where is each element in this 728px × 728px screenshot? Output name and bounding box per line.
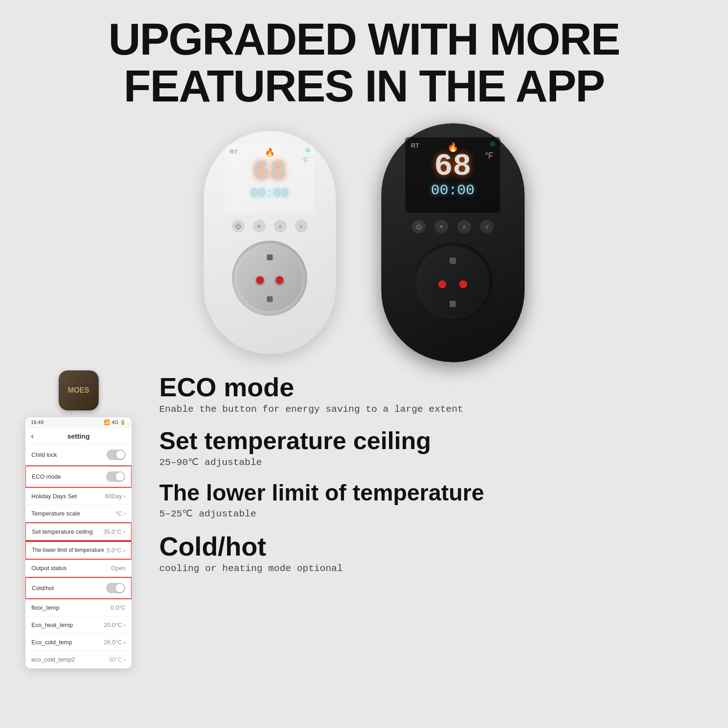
temp-ceiling-value: 35.0°C › bbox=[103, 528, 125, 535]
black-btn-fan: ✦ bbox=[435, 220, 448, 233]
black-btn-up: ∧ bbox=[457, 220, 471, 233]
black-socket-hole-right bbox=[459, 280, 467, 288]
white-btn-down: ∨ bbox=[295, 220, 308, 233]
app-icon: MOES bbox=[59, 370, 99, 410]
feature-eco-mode: ECO mode Enable the button for energy sa… bbox=[159, 373, 703, 415]
title-line1: UPGRADED WITH MORE bbox=[0, 16, 728, 63]
app-row-eco-heat[interactable]: Eco_heat_temp 20.0°C › bbox=[25, 617, 131, 634]
white-socket-hole-left bbox=[256, 276, 264, 284]
feature-lower-title: The lower limit of temperature bbox=[159, 480, 703, 506]
eco-cold2-label: eco_cold_temp2 bbox=[31, 656, 75, 663]
app-row-holiday[interactable]: Holiday Days Set 60Day › bbox=[25, 488, 131, 505]
black-socket bbox=[413, 243, 493, 322]
black-socket-hole-left bbox=[438, 280, 446, 288]
title-line2: FEATURES IN THE APP bbox=[0, 63, 728, 110]
features-section: ECO mode Enable the button for energy sa… bbox=[148, 370, 703, 586]
feature-eco-title: ECO mode bbox=[159, 373, 703, 402]
app-status-bar: 16:49 📶 4G 🔋 bbox=[25, 417, 131, 428]
app-icon-label: MOES bbox=[68, 386, 89, 394]
white-rt-label: RT bbox=[230, 148, 238, 155]
cold-hot-toggle[interactable] bbox=[106, 583, 125, 593]
black-wifi-icon: ⊙ bbox=[490, 140, 495, 147]
white-socket-top-pin bbox=[267, 254, 273, 260]
lower-limit-label: The lower limit of temperature bbox=[32, 547, 104, 553]
app-row-lower-limit[interactable]: The lower limit of temperature 5.0°C › bbox=[25, 541, 132, 560]
eco-cold-value: 26.0°C › bbox=[104, 639, 126, 646]
black-btn-power: ⏻ bbox=[412, 220, 425, 233]
feature-cold-title: Cold/hot bbox=[159, 532, 703, 561]
black-time: 00:00 bbox=[431, 182, 475, 199]
white-socket-inner bbox=[237, 245, 303, 311]
black-socket-holes bbox=[438, 280, 467, 288]
white-flame-icon: 🔥 bbox=[265, 147, 275, 157]
child-lock-toggle[interactable] bbox=[106, 450, 126, 460]
status-signal: 📶 4G 🔋 bbox=[104, 420, 126, 425]
eco-mode-label: ECO mode bbox=[32, 473, 61, 480]
white-btn-power: ⏻ bbox=[232, 220, 245, 233]
app-row-cold-hot: Cold/hot bbox=[25, 577, 132, 599]
white-btn-fan: ✦ bbox=[253, 220, 266, 233]
floor-temp-value: 0.0°C bbox=[111, 604, 126, 611]
status-time: 16:49 bbox=[31, 420, 44, 425]
black-socket-inner bbox=[418, 247, 488, 318]
white-socket-hole-right bbox=[276, 276, 283, 284]
cold-hot-label: Cold/hot bbox=[32, 585, 54, 592]
feature-temp-ceiling: Set temperature ceiling 25–90℃ adjustabl… bbox=[159, 427, 703, 468]
output-value: Open bbox=[111, 565, 126, 571]
white-socket-holes bbox=[256, 276, 283, 284]
app-row-child-lock: Child lock bbox=[25, 445, 131, 465]
app-row-temp-ceiling[interactable]: Set temperature ceiling 35.0°C › bbox=[25, 522, 132, 541]
eco-heat-value: 20.0°C › bbox=[104, 622, 126, 628]
black-socket-bottom-pin bbox=[450, 301, 456, 307]
temp-ceiling-label: Set temperature ceiling bbox=[32, 528, 93, 535]
eco-heat-label: Eco_heat_temp bbox=[31, 622, 73, 628]
black-screen: RT 🔥 ⊙ 68 °F 00:00 bbox=[405, 137, 500, 213]
feature-cold-hot: Cold/hot cooling or heating mode optiona… bbox=[159, 532, 703, 574]
temp-scale-label: Temperature scale bbox=[31, 510, 80, 517]
app-header-title: setting bbox=[67, 432, 90, 440]
white-temp: 68 bbox=[253, 158, 286, 186]
lower-limit-value: 5.0°C › bbox=[106, 547, 125, 554]
feature-cold-desc: cooling or heating mode optional bbox=[159, 563, 703, 574]
white-socket-bottom-pin bbox=[267, 296, 273, 302]
app-back-button[interactable]: ‹ bbox=[31, 431, 34, 441]
app-container: MOES 16:49 📶 4G 🔋 ‹ setting Child lock bbox=[25, 370, 132, 669]
main-title: UPGRADED WITH MORE FEATURES IN THE APP bbox=[0, 0, 728, 110]
white-screen: RT 🔥 ⊙ 68 °F 00:00 bbox=[225, 144, 314, 214]
app-row-floor-temp: floor_temp 0.0°C bbox=[25, 599, 131, 617]
app-row-eco-mode: ECO mode bbox=[25, 465, 132, 488]
white-buttons: ⏻ ✦ ∧ ∨ bbox=[232, 220, 308, 233]
output-label: Output status bbox=[31, 565, 66, 571]
white-unit: °F bbox=[301, 157, 308, 165]
floor-temp-label: floor_temp bbox=[31, 604, 59, 611]
devices-section: RT 🔥 ⊙ 68 °F 00:00 ⏻ ✦ ∧ ∨ bbox=[0, 123, 728, 362]
black-flame-icon: 🔥 bbox=[447, 142, 459, 152]
device-white: RT 🔥 ⊙ 68 °F 00:00 ⏻ ✦ ∧ ∨ bbox=[204, 131, 336, 354]
app-row-temp-scale[interactable]: Temperature scale °C › bbox=[25, 505, 131, 522]
device-black: RT 🔥 ⊙ 68 °F 00:00 ⏻ ✦ ∧ ∨ bbox=[381, 123, 525, 362]
feature-ceiling-desc: 25–90℃ adjustable bbox=[159, 456, 703, 468]
feature-eco-desc: Enable the button for energy saving to a… bbox=[159, 404, 703, 415]
black-unit: °F bbox=[485, 151, 493, 161]
app-row-eco-cold2[interactable]: eco_cold_temp2 30°C › bbox=[25, 651, 131, 668]
white-wifi-icon: ⊙ bbox=[305, 147, 310, 153]
eco-cold2-value: 30°C › bbox=[109, 656, 126, 663]
black-buttons: ⏻ ✦ ∧ ∨ bbox=[412, 220, 494, 233]
black-temp: 68 bbox=[434, 151, 471, 182]
black-socket-top-pin bbox=[450, 258, 456, 264]
child-lock-label: Child lock bbox=[31, 451, 57, 458]
app-header: ‹ setting bbox=[25, 428, 131, 445]
app-row-eco-cold[interactable]: Eco_cold_temp 26.0°C › bbox=[25, 634, 131, 651]
white-socket bbox=[232, 241, 307, 316]
eco-cold-label: Eco_cold_temp bbox=[31, 639, 72, 646]
white-time: 00:00 bbox=[250, 186, 288, 200]
app-row-output: Output status Open bbox=[25, 560, 131, 577]
eco-mode-toggle[interactable] bbox=[106, 471, 125, 482]
bottom-section: MOES 16:49 📶 4G 🔋 ‹ setting Child lock bbox=[0, 370, 728, 669]
holiday-value: 60Day › bbox=[105, 493, 126, 500]
temp-scale-value: °C › bbox=[115, 510, 126, 517]
feature-lower-desc: 5–25℃ adjustable bbox=[159, 508, 703, 519]
holiday-label: Holiday Days Set bbox=[31, 493, 77, 500]
app-screen: 16:49 📶 4G 🔋 ‹ setting Child lock ECO mo… bbox=[25, 417, 132, 669]
white-btn-up: ∧ bbox=[274, 220, 287, 233]
